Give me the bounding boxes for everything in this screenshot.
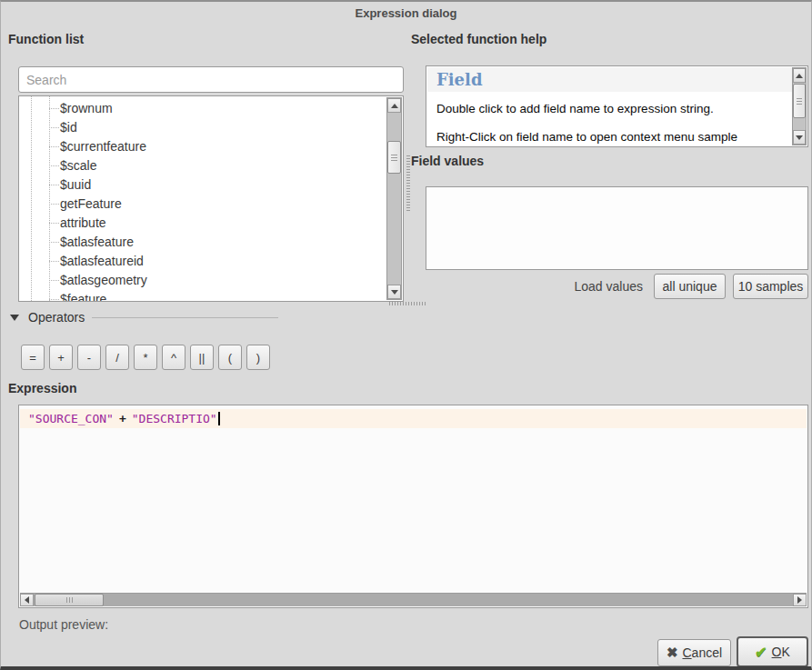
tree-branch-line [49, 127, 59, 128]
scrollbar-thumb[interactable] [35, 594, 104, 606]
cancel-x-icon: ✖ [667, 645, 678, 661]
groupbox-divider [92, 317, 278, 318]
operator-button[interactable]: / [105, 345, 129, 370]
field-values-label: Field values [411, 154, 484, 168]
all-unique-button[interactable]: all unique [654, 274, 726, 299]
scroll-down-icon [796, 135, 803, 140]
scroll-up-button[interactable] [793, 68, 806, 83]
tree-branch-line [49, 299, 59, 300]
thumb-grip-icon [391, 155, 397, 161]
field-token: "SOURCE_CON" [28, 412, 114, 425]
tree-branch-line [49, 146, 59, 147]
horizontal-splitter-handle[interactable] [389, 302, 426, 305]
vertical-splitter-handle[interactable] [406, 155, 410, 211]
operator-buttons: = + - / * ^ || ( ) [21, 345, 270, 370]
list-item-label: $atlasfeatureid [60, 254, 144, 268]
list-item[interactable]: $atlasgeometry [19, 271, 386, 290]
cancel-button-label: Cancel [682, 645, 722, 660]
list-item-label: $id [60, 120, 77, 135]
tree-branch-line [49, 261, 59, 262]
scroll-down-icon [391, 290, 398, 295]
operator-token: + [119, 412, 126, 425]
list-item[interactable]: $currentfeature [19, 137, 386, 156]
operators-group-header[interactable]: Operators [10, 310, 85, 325]
scroll-left-button[interactable] [20, 594, 34, 606]
output-preview-label: Output preview: [19, 617, 108, 632]
help-text-line: Double click to add field name to expres… [436, 102, 787, 115]
function-list-scrollbar[interactable] [386, 97, 402, 300]
tree-branch-line [49, 223, 59, 224]
operators-label: Operators [28, 310, 85, 325]
scroll-up-icon [391, 104, 398, 108]
ok-button[interactable]: ✔ OK [737, 636, 808, 667]
field-values-list[interactable] [426, 186, 808, 270]
list-item-label: getFeature [60, 196, 122, 211]
operator-button[interactable]: + [49, 345, 73, 370]
tree-branch-line [49, 185, 59, 185]
operator-button[interactable]: - [77, 345, 101, 370]
help-text-line: Right-Click on field name to open contex… [436, 130, 787, 144]
tree-branch-line [49, 204, 59, 205]
search-input[interactable] [18, 66, 404, 93]
tree-branch-line [49, 108, 59, 109]
list-item-label: $scale [60, 158, 96, 173]
list-item-label: $feature [60, 292, 106, 302]
scroll-left-icon [25, 596, 29, 604]
list-item[interactable]: getFeature [19, 195, 386, 214]
function-list-rows: $rownum $id $currentfeature $scale [19, 99, 386, 302]
scrollbar-thumb[interactable] [387, 141, 401, 174]
list-item-label: attribute [60, 215, 106, 230]
list-item[interactable]: $uuid [19, 175, 386, 195]
window-title: Expression dialog [1, 6, 811, 20]
operator-button[interactable]: = [21, 345, 45, 370]
collapse-triangle-icon [10, 315, 19, 321]
help-scrollbar[interactable] [792, 67, 807, 145]
selected-function-help-label: Selected function help [411, 32, 546, 46]
operator-button[interactable]: * [134, 345, 157, 370]
operator-button[interactable]: ( [218, 345, 242, 370]
expression-text: "SOURCE_CON"+"DESCRIPTIO" [28, 412, 220, 425]
list-item-label: $rownum [60, 101, 113, 115]
function-list[interactable]: $rownum $id $currentfeature $scale [18, 95, 404, 302]
tree-branch-line [49, 242, 59, 243]
expression-dialog-window: Expression dialog Function list $rownum … [0, 0, 812, 670]
scroll-right-icon [797, 596, 802, 604]
tree-branch-line [49, 165, 59, 166]
list-item-label: $atlasfeature [60, 235, 134, 249]
list-item[interactable]: $feature [19, 290, 386, 302]
load-values-label: Load values [510, 279, 643, 294]
ok-check-icon: ✔ [755, 644, 767, 661]
field-token: "DESCRIPTIO" [132, 412, 217, 425]
scrollbar-thumb[interactable] [793, 84, 806, 118]
ten-samples-button[interactable]: 10 samples [733, 274, 808, 299]
help-title: Field [427, 67, 792, 92]
list-item-label: $uuid [60, 177, 91, 192]
tree-branch-line [49, 280, 59, 281]
list-item[interactable]: $rownum [19, 99, 386, 118]
operator-button[interactable]: ) [246, 345, 270, 370]
scroll-up-button[interactable] [387, 98, 401, 113]
thumb-grip-icon [797, 98, 802, 105]
list-item[interactable]: $scale [19, 156, 386, 175]
list-item[interactable]: $id [19, 118, 386, 137]
list-item-label: $currentfeature [60, 139, 146, 154]
operator-button[interactable]: ^ [162, 345, 185, 370]
text-cursor [218, 412, 220, 425]
thumb-grip-icon [66, 597, 73, 603]
list-item-label: $atlasgeometry [60, 273, 147, 287]
ok-button-label: OK [772, 645, 790, 659]
operator-button[interactable]: || [190, 345, 214, 370]
scroll-down-button[interactable] [793, 130, 806, 145]
list-item[interactable]: $atlasfeature [19, 233, 386, 252]
cancel-button[interactable]: ✖ Cancel [657, 639, 731, 666]
list-item[interactable]: $atlasfeatureid [19, 252, 386, 271]
scroll-right-button[interactable] [793, 594, 807, 606]
scroll-down-button[interactable] [387, 285, 401, 299]
editor-horizontal-scrollbar[interactable] [20, 593, 807, 606]
expression-label: Expression [8, 381, 76, 395]
list-item[interactable]: attribute [19, 214, 386, 233]
expression-editor[interactable]: "SOURCE_CON"+"DESCRIPTIO" [18, 405, 808, 608]
scroll-up-icon [796, 74, 803, 78]
function-list-label: Function list [8, 32, 84, 46]
function-help-panel[interactable]: Field Double click to add field name to … [426, 65, 808, 147]
